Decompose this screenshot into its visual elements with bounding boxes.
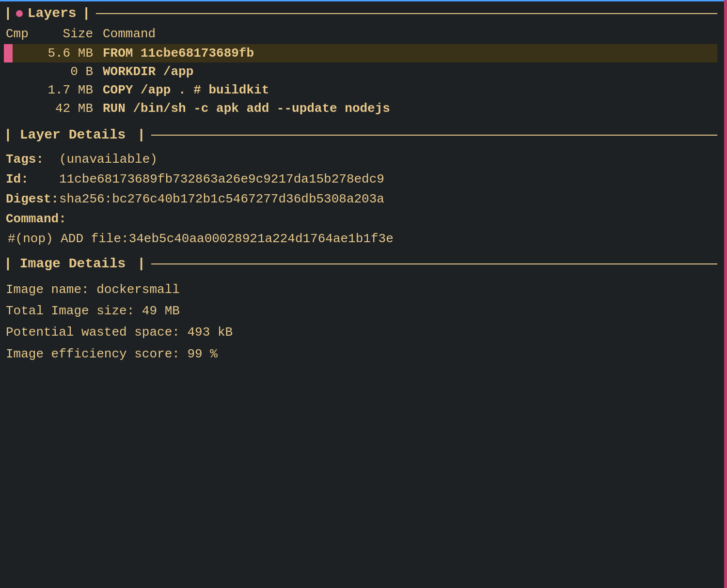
command-value-line: #(nop) ADD file:34eb5c40aa00028921a224d1…: [6, 230, 717, 248]
pipe-icon-image: |: [4, 256, 12, 271]
row1-size: 0 B: [35, 64, 103, 79]
wasted-space-line: Potential wasted space: 493 kB: [6, 322, 717, 343]
pipe-icon-image-right: |: [137, 256, 145, 271]
layer-details-divider-line: [151, 135, 717, 136]
col-command: Command: [103, 27, 717, 41]
row3-size: 42 MB: [35, 101, 103, 116]
wasted-space-value: 493 kB: [187, 325, 233, 340]
pipe-icon: |: [4, 6, 12, 21]
dot-icon: [16, 10, 23, 17]
layer-details-content: Tags: (unavailable) Id: 11cbe68173689fb7…: [4, 150, 717, 248]
top-border: [0, 0, 727, 1]
layers-table: 5.6 MB FROM 11cbe68173689fb 0 B WORKDIR …: [4, 44, 717, 118]
command-value: #(nop) ADD file:34eb5c40aa00028921a224d1…: [6, 232, 394, 246]
total-size-label: Total Image size:: [6, 304, 134, 318]
image-name-line: Image name: dockersmall: [6, 279, 717, 300]
image-details-title: Image Details: [20, 256, 126, 271]
selected-bar: [4, 44, 13, 62]
pipe-icon-right: |: [82, 6, 91, 21]
total-size-value: 49 MB: [142, 304, 180, 318]
layer-row-2[interactable]: 1.7 MB COPY /app . # buildkit: [4, 81, 717, 99]
layer-details-section-header: | Layer Details |: [4, 127, 717, 142]
tags-value: (unavailable): [59, 150, 158, 169]
id-line: Id: 11cbe68173689fb732863a26e9c9217da15b…: [6, 170, 717, 189]
id-value: 11cbe68173689fb732863a26e9c9217da15b278e…: [59, 170, 384, 189]
digest-value: sha256:bc276c40b172b1c5467277d36db5308a2…: [59, 190, 384, 209]
image-name-label: Image name:: [6, 282, 89, 297]
id-label: Id:: [6, 170, 59, 189]
layers-section-header: | Layers |: [4, 6, 717, 21]
main-container: | Layers | Cmp Size Command 5.6 MB FROM …: [0, 0, 727, 588]
row0-command: FROM 11cbe68173689fb: [103, 46, 717, 61]
image-details-divider-line: [151, 263, 717, 264]
digest-line: Digest: sha256:bc276c40b172b1c5467277d36…: [6, 190, 717, 209]
pipe-icon-details-right: |: [137, 127, 145, 142]
pipe-icon-details: |: [4, 127, 12, 142]
row1-command: WORKDIR /app: [103, 64, 717, 79]
efficiency-line: Image efficiency score: 99 %: [6, 343, 717, 365]
image-details-section-header: | Image Details |: [4, 256, 717, 271]
efficiency-value: 99 %: [187, 347, 217, 361]
layers-divider-line: [96, 13, 717, 14]
wasted-space-label: Potential wasted space:: [6, 325, 180, 340]
total-size-line: Total Image size: 49 MB: [6, 300, 717, 322]
efficiency-label: Image efficiency score:: [6, 347, 180, 361]
row2-size: 1.7 MB: [35, 83, 103, 97]
row2-command: COPY /app . # buildkit: [103, 83, 717, 97]
scrollbar[interactable]: [724, 0, 727, 588]
image-details-content: Image name: dockersmall Total Image size…: [4, 279, 717, 365]
command-label: Command:: [6, 210, 66, 229]
layer-row-1[interactable]: 0 B WORKDIR /app: [4, 62, 717, 81]
tags-line: Tags: (unavailable): [6, 150, 717, 169]
image-name-value: dockersmall: [96, 282, 180, 297]
tags-label: Tags:: [6, 150, 59, 169]
row0-size: 5.6 MB: [35, 46, 103, 61]
layer-row-0[interactable]: 5.6 MB FROM 11cbe68173689fb: [4, 44, 717, 62]
col-cmp: Cmp: [6, 27, 35, 41]
digest-label: Digest:: [6, 190, 59, 209]
layer-details-title: Layer Details: [20, 127, 126, 142]
column-headers: Cmp Size Command: [4, 25, 717, 43]
row3-command: RUN /bin/sh -c apk add --update nodejs: [103, 101, 717, 116]
layer-row-3[interactable]: 42 MB RUN /bin/sh -c apk add --update no…: [4, 99, 717, 118]
layers-title: Layers: [28, 6, 77, 21]
command-label-line: Command:: [6, 210, 717, 229]
col-size: Size: [35, 27, 103, 41]
